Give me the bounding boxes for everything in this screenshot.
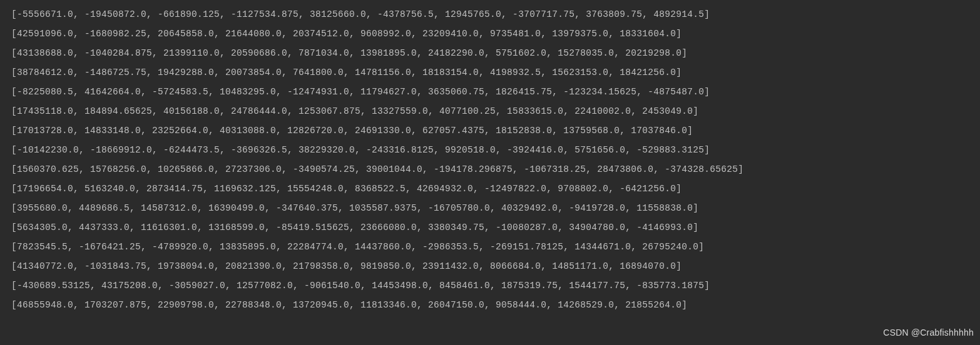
console-output: [-5556671.0, -19450872.0, -661890.125, -… [11,5,969,315]
output-line: [-5556671.0, -19450872.0, -661890.125, -… [11,5,969,24]
output-line: [43138688.0, -1040284.875, 21399110.0, 2… [11,44,969,63]
output-line: [17435118.0, 184894.65625, 40156188.0, 2… [11,102,969,121]
output-line: [7823545.5, -1676421.25, -4789920.0, 138… [11,238,969,257]
output-line: [41340772.0, -1031843.75, 19738094.0, 20… [11,257,969,276]
output-line: [-8225080.5, 41642664.0, -5724583.5, 104… [11,82,969,102]
output-line: [1560370.625, 15768256.0, 10265866.0, 27… [11,160,969,179]
output-line: [-430689.53125, 43175208.0, -3059027.0, … [11,276,969,296]
output-line: [5634305.0, 4437333.0, 11616301.0, 13168… [11,218,969,238]
watermark: CSDN @Crabfishhhhh [883,323,974,342]
output-line: [17013728.0, 14833148.0, 23252664.0, 403… [11,121,969,141]
output-line: [3955680.0, 4489686.5, 14587312.0, 16390… [11,199,969,218]
output-line: [42591096.0, -1680982.25, 20645858.0, 21… [11,24,969,44]
output-line: [38784612.0, -1486725.75, 19429288.0, 20… [11,63,969,82]
output-line: [17196654.0, 5163240.0, 2873414.75, 1169… [11,179,969,199]
output-line: [46855948.0, 1703207.875, 22909798.0, 22… [11,296,969,315]
output-line: [-10142230.0, -18669912.0, -6244473.5, -… [11,141,969,160]
